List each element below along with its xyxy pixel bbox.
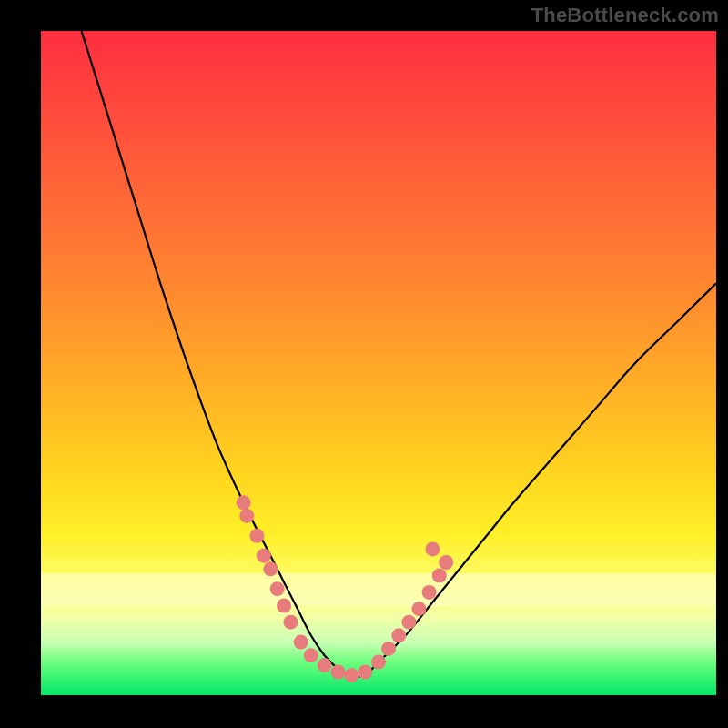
highlight-dot	[304, 648, 318, 662]
highlight-dot	[412, 602, 427, 616]
highlight-dot	[439, 555, 453, 570]
highlight-dot	[237, 495, 251, 510]
highlight-dot	[381, 642, 396, 656]
highlight-dot	[422, 585, 437, 600]
highlight-dot	[391, 628, 406, 642]
highlight-dot	[432, 569, 447, 583]
highlight-dot	[344, 668, 359, 682]
bottleneck-curve	[82, 31, 717, 676]
highlight-dot	[277, 599, 291, 613]
highlight-dot	[249, 529, 264, 543]
chart-frame: TheBottleneck.com	[0, 0, 728, 728]
highlight-dot	[239, 509, 254, 523]
highlight-dot	[371, 655, 386, 670]
highlight-dot	[294, 635, 308, 650]
highlight-dot	[257, 549, 271, 563]
highlight-dot	[331, 665, 346, 680]
highlight-dot	[358, 665, 372, 680]
highlight-dot	[401, 615, 416, 630]
highlight-dot	[425, 541, 440, 556]
highlight-dot	[318, 658, 332, 672]
highlight-dot	[270, 581, 285, 596]
watermark-text: TheBottleneck.com	[531, 4, 719, 27]
highlight-dots-group	[237, 495, 454, 682]
highlight-dot	[263, 561, 278, 576]
curve-layer	[41, 31, 716, 695]
highlight-dot	[284, 615, 298, 630]
